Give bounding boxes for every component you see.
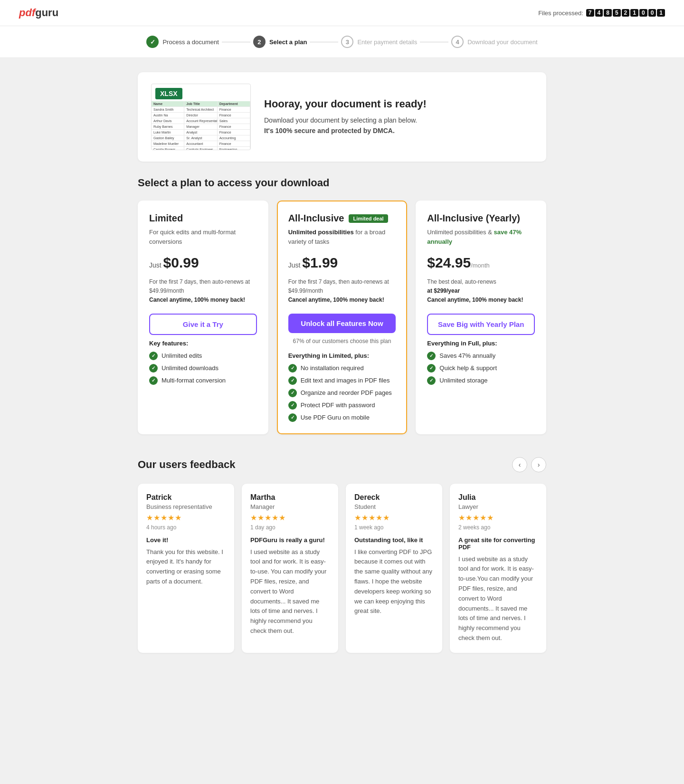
prev-arrow[interactable]: ‹: [512, 457, 527, 472]
price-per-all-inclusive-yearly: /month: [471, 262, 490, 269]
logo-pdf: pdf: [19, 7, 35, 19]
files-processed-label: Files processed:: [538, 10, 583, 17]
price-amount-all-inclusive-yearly: $24.95: [427, 255, 471, 270]
plan-description-all-inclusive-yearly: The best deal, auto-renewsat $299/yearCa…: [427, 277, 535, 305]
review-headline: A great site for converting PDF: [458, 536, 538, 551]
check-icon: [288, 413, 297, 422]
step-connector-2: [310, 42, 338, 42]
features-title-limited: Key features:: [149, 340, 257, 347]
files-processed: Files processed: 748521001: [538, 9, 665, 17]
check-icon: [288, 376, 297, 385]
feature-text: Unlimited downloads: [162, 364, 218, 372]
review-body: Thank you for this website. I enjoyed it…: [146, 547, 226, 587]
limited-deal-badge: Limited deal: [349, 214, 388, 223]
step-label-1: Process a document: [162, 38, 219, 46]
reviewer-name: Patrick: [146, 493, 226, 502]
xlsx-badge: XLSX: [155, 88, 182, 99]
feature-text: Unlimited storage: [439, 377, 487, 384]
stars: ★★★★★: [458, 513, 538, 522]
price-amount-all-inclusive: $1.99: [302, 255, 338, 270]
step-circle-1: ✓: [146, 36, 159, 48]
review-time: 4 hours ago: [146, 524, 226, 531]
feature-item: Organize and reorder PDF pages: [288, 389, 396, 397]
plan-card-all-inclusive: All-Inclusive Limited deal Unlimited pos…: [277, 201, 408, 434]
plan-tagline-limited: For quick edits and multi-format convers…: [149, 228, 257, 246]
review-card: Julia Lawyer ★★★★★ 2 weeks ago A great s…: [450, 484, 546, 653]
stars: ★★★★★: [250, 513, 330, 522]
review-card: Martha Manager ★★★★★ 1 day ago PDFGuru i…: [242, 484, 338, 653]
steps-bar: ✓Process a document2Select a plan3Enter …: [0, 26, 684, 58]
feature-item: Quick help & support: [427, 364, 535, 373]
doc-info: Hooray, your document is ready! Download…: [264, 98, 427, 136]
feature-text: No installation required: [301, 364, 364, 372]
step-connector-3: [420, 42, 448, 42]
feature-text: Multi-format conversion: [162, 377, 226, 384]
step-circle-3: 3: [341, 36, 353, 48]
header: pdfguru Files processed: 748521001: [0, 0, 684, 26]
reviewer-role: Lawyer: [458, 503, 538, 510]
feature-text: Organize and reorder PDF pages: [301, 389, 392, 396]
feature-text: Saves 47% annually: [439, 352, 495, 359]
feature-list-all-inclusive-yearly: Saves 47% annually Quick help & support …: [427, 352, 535, 385]
features-title-all-inclusive: Everything in Limited, plus:: [288, 352, 396, 359]
step-label-4: Download your document: [467, 38, 537, 46]
plan-card-all-inclusive-yearly: All-Inclusive (Yearly) Unlimited possibi…: [416, 201, 546, 434]
next-arrow[interactable]: ›: [531, 457, 546, 472]
file-number-digit: 5: [613, 9, 621, 17]
popular-note-all-inclusive: 67% of our customers choose this plan: [288, 338, 396, 344]
feature-text: Protect PDF with password: [301, 402, 375, 409]
plan-header-all-inclusive: All-Inclusive Limited deal: [288, 213, 396, 224]
plan-button-all-inclusive-yearly[interactable]: Save Big with Yearly Plan: [427, 314, 535, 335]
file-number-digit: 0: [639, 9, 647, 17]
feature-item: Unlimited edits: [149, 352, 257, 360]
feature-item: Unlimited storage: [427, 376, 535, 385]
plan-card-limited: Limited For quick edits and multi-format…: [138, 201, 268, 434]
plan-price-limited: Just $0.99: [149, 255, 257, 271]
plan-tagline-all-inclusive: Unlimited possibilities for a broad vari…: [288, 228, 396, 246]
check-icon: [149, 376, 158, 385]
check-icon: [427, 376, 436, 385]
plan-tagline-all-inclusive-yearly: Unlimited possibilities & save 47% annua…: [427, 228, 535, 246]
review-body: I like converting PDF to JPG because it …: [354, 547, 434, 617]
step-connector-1: [222, 42, 250, 42]
feature-text: Use PDF Guru on mobile: [301, 414, 370, 421]
file-number-digit: 4: [595, 9, 603, 17]
price-just-all-inclusive: Just: [288, 261, 303, 269]
price-just-limited: Just: [149, 261, 163, 269]
step-label-3: Enter payment details: [357, 38, 417, 46]
plan-button-all-inclusive[interactable]: Unlock all Features Now: [288, 314, 396, 333]
plan-name-all-inclusive: All-Inclusive: [288, 213, 344, 224]
review-card: Dereck Student ★★★★★ 1 week ago Outstand…: [346, 484, 442, 653]
review-time: 1 week ago: [354, 524, 434, 531]
feature-item: No installation required: [288, 364, 396, 373]
review-headline: Outstanding tool, like it: [354, 536, 434, 544]
reviewer-name: Dereck: [354, 493, 434, 502]
xlsx-preview: XLSX NameJob TitleDepartment Sandra Smit…: [151, 84, 251, 150]
plan-header-all-inclusive-yearly: All-Inclusive (Yearly): [427, 213, 535, 224]
feature-text: Unlimited edits: [162, 352, 202, 359]
check-icon: [288, 389, 297, 397]
review-headline: Love it!: [146, 536, 226, 544]
feedback-title: Our users feedback: [138, 459, 235, 471]
review-body: I used website as a study tool and for w…: [458, 555, 538, 643]
file-number-digit: 0: [648, 9, 656, 17]
nav-arrows: ‹ ›: [512, 457, 546, 472]
logo-guru: guru: [35, 7, 58, 19]
plan-button-limited[interactable]: Give it a Try: [149, 314, 257, 335]
file-number-digit: 8: [604, 9, 612, 17]
plan-description-limited: For the first 7 days, then auto-renews a…: [149, 277, 257, 305]
plan-name-limited: Limited: [149, 213, 183, 224]
check-icon: [427, 364, 436, 373]
step-circle-4: 4: [451, 36, 464, 48]
file-number-digit: 1: [630, 9, 638, 17]
feature-list-all-inclusive: No installation required Edit text and i…: [288, 364, 396, 422]
plan-price-all-inclusive-yearly: $24.95/month: [427, 255, 535, 271]
plans-title: Select a plan to access your download: [138, 177, 546, 189]
review-headline: PDFGuru is really a guru!: [250, 536, 330, 544]
feature-item: Use PDF Guru on mobile: [288, 413, 396, 422]
review-time: 2 weeks ago: [458, 524, 538, 531]
feature-list-limited: Unlimited edits Unlimited downloads Mult…: [149, 352, 257, 385]
price-amount-limited: $0.99: [163, 255, 199, 270]
review-time: 1 day ago: [250, 524, 330, 531]
step-circle-2: 2: [253, 36, 266, 48]
